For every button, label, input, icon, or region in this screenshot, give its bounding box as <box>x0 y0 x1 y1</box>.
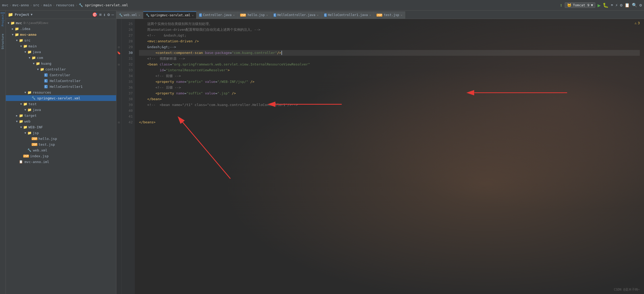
nav-back-icon[interactable]: ⬆ <box>559 2 563 8</box>
breadcrumb-main[interactable]: main <box>43 3 52 7</box>
tree-item-indexjsp[interactable]: ▶ JSP index.jsp <box>6 153 116 159</box>
tab-controller-close[interactable]: ✕ <box>233 14 235 17</box>
tree-item-mvc[interactable]: ▼ 📁 mvc D:\java代码\mvc <box>6 20 116 26</box>
tree-item-webinf[interactable]: ▼ 📁 WEB-INF <box>6 124 116 130</box>
linenum-35: 35 <box>122 79 133 85</box>
gutter-35 <box>117 79 121 85</box>
tree-item-mvcanno[interactable]: ▼ 📁 mvc-anno <box>6 32 116 37</box>
linenum-30: 30 <box>122 50 133 56</box>
tree-item-webxml[interactable]: ▶ 🔧 web.xml <box>6 147 116 153</box>
tab-springmvc-close[interactable]: ✕ <box>192 14 194 17</box>
tab-hellocontroller1-icon: C <box>324 13 327 17</box>
top-bar: mvc › mvc-anno › src › main › resources … <box>0 0 644 11</box>
linenum-42: 42 <box>122 119 133 125</box>
tree-item-web[interactable]: ▼ 📁 web <box>6 118 116 124</box>
tab-controller[interactable]: C Controller.java ✕ <box>196 11 237 19</box>
gutter-36 <box>117 85 121 90</box>
code-line-29: &ndash;&gt;--> <box>139 44 640 50</box>
profile-button[interactable]: ⚡ <box>615 3 618 8</box>
tree-item-controller[interactable]: ▶ C Controller <box>6 72 116 78</box>
main-layout: Project Structure 📁 Project ▼ 🎯 ≡ ↕ ⚙ — … <box>0 11 644 294</box>
gutter-25 <box>117 21 121 27</box>
tree-item-springmvc-xml[interactable]: ▶ 🔧 springmvc-servlet.xml <box>6 95 116 101</box>
debug-button[interactable]: 🐛 <box>603 2 608 8</box>
collapse-icon[interactable]: ≡ <box>99 12 102 17</box>
tab-hellocontroller[interactable]: C HelloController.java ✕ <box>271 11 321 19</box>
tab-hellojsp[interactable]: JSP hello.jsp ✕ <box>237 11 271 19</box>
code-content[interactable]: 这两个实例分别在类级别和方法级别处理。 而annotation-driven配置… <box>135 19 644 294</box>
tab-hellojsp-icon: JSP <box>240 14 246 17</box>
tab-hellocontroller-close[interactable]: ✕ <box>317 14 319 17</box>
gutter-26 <box>117 27 121 33</box>
tab-hellocontroller1-label: HelloController1.java <box>328 13 368 17</box>
search-icon[interactable]: 🔍 <box>632 3 637 8</box>
code-line-39: <!-- <bean name="/t1" class="com.kuang.c… <box>139 102 640 108</box>
sort-icon[interactable]: ↕ <box>103 12 106 17</box>
tree-item-com[interactable]: ▼ 📁 com <box>6 55 116 60</box>
tab-hellocontroller1[interactable]: C HelloController1.java ✕ <box>321 11 374 19</box>
linenum-26: 26 <box>122 27 133 33</box>
linenum-28: 28 <box>122 38 133 44</box>
tree-item-hellocontroller[interactable]: ▶ C HelloController <box>6 78 116 84</box>
gutter-34 <box>117 73 121 79</box>
tree-item-test-java[interactable]: ▼ 📁 java <box>6 107 116 113</box>
tree-item-hellocontroller1[interactable]: ▶ C HelloController1 <box>6 84 116 89</box>
panel-actions: 🎯 ≡ ↕ ⚙ — <box>92 12 114 17</box>
tree-item-src[interactable]: ▼ 📁 src <box>6 37 116 43</box>
gutter-30: 🔖 <box>117 50 121 56</box>
code-line-26: 而annotation-driven配置帮助我们自动完成上述两个实例的注入。--… <box>139 27 640 33</box>
linenum-40: 40 <box>122 108 133 114</box>
breadcrumb-src[interactable]: src <box>33 3 39 7</box>
code-line-28: <mvc:annotation-driven /> <box>139 38 640 44</box>
breadcrumb-mvcanno[interactable]: mvc-anno <box>12 3 29 7</box>
dropdown-icon[interactable]: ▼ <box>31 13 33 16</box>
tree-item-controller-folder[interactable]: ▼ 📁 controller <box>6 66 116 72</box>
tab-webxml-label: web.xml <box>124 13 137 17</box>
breadcrumb-file[interactable]: 🔧 springmvc-servlet.xml <box>79 3 128 7</box>
linenum-32: 32 <box>122 62 133 67</box>
tab-webxml-close[interactable]: ✕ <box>139 14 140 17</box>
tab-testjsp[interactable]: JSP test.jsp ✕ <box>374 11 405 19</box>
tomcat-selector[interactable]: 🐱 Tomcat 9 ▼ <box>565 2 595 8</box>
tab-testjsp-close[interactable]: ✕ <box>401 14 402 17</box>
tree-item-test[interactable]: ▼ 📁 test <box>6 101 116 107</box>
panel-icon: 📁 <box>8 12 13 17</box>
tree-item-target[interactable]: ▶ 📁 target <box>6 113 116 118</box>
file-tree: ▼ 📁 mvc D:\java代码\mvc ▶ 📁 .idea ▼ 📁 mvc-… <box>6 19 116 294</box>
tree-item-main[interactable]: ▼ 📁 main <box>6 43 116 49</box>
settings-icon[interactable]: ⚙ <box>107 12 110 17</box>
tab-hellocontroller1-close[interactable]: ✕ <box>369 14 371 17</box>
tree-item-idea[interactable]: ▶ 📁 .idea <box>6 26 116 32</box>
locate-icon[interactable]: 🎯 <box>92 12 97 17</box>
coverage-button[interactable]: ☂ <box>611 3 613 8</box>
run-button[interactable]: ▶ <box>597 2 601 8</box>
more-button[interactable]: ⚙ <box>620 3 623 8</box>
hide-icon[interactable]: — <box>111 12 114 17</box>
tree-item-iml[interactable]: ▶ 📋 mvc-anno.iml <box>6 159 116 165</box>
tree-item-kuang[interactable]: ▼ 📁 kuang <box>6 60 116 66</box>
linenum-36: 36 <box>122 85 133 90</box>
code-line-40 <box>139 108 640 114</box>
tab-hellojsp-close[interactable]: ✕ <box>266 14 268 17</box>
tree-item-jsp-folder[interactable]: ▼ 📁 jsp <box>6 130 116 136</box>
line-numbers: 25 26 27 28 29 30 31 32 33 34 35 36 37 3… <box>122 19 135 294</box>
tab-webxml[interactable]: 🔧 web.xml ✕ <box>116 11 143 19</box>
breadcrumb-mvc[interactable]: mvc <box>2 3 8 7</box>
tree-item-hellojsp[interactable]: ▶ JSP hello.jsp <box>6 136 116 141</box>
tab-controller-label: Controller.java <box>203 13 231 17</box>
project-tab[interactable]: Project <box>1 13 5 27</box>
settings-icon[interactable]: ⚙ <box>639 3 642 8</box>
tree-item-testjsp[interactable]: ▶ JSP test.jsp <box>6 141 116 147</box>
tree-item-resources[interactable]: ▼ 📁 resources <box>6 89 116 95</box>
code-line-34: <!-- 前缀 --> <box>139 73 640 79</box>
git-icon[interactable]: 📋 <box>625 3 630 8</box>
code-line-37: <property name="suffix" value=".jsp" /> <box>139 90 640 96</box>
code-line-30: <context:component-scan base-package="co… <box>139 50 640 56</box>
structure-tab[interactable]: Structure <box>1 33 5 50</box>
tab-springmvc[interactable]: 🔧 springmvc-servlet.xml ✕ <box>143 11 197 19</box>
tree-item-java[interactable]: ▼ 📁 java <box>6 49 116 55</box>
warning-icon: ⚠ <box>635 21 637 25</box>
tab-testjsp-label: test.jsp <box>384 13 399 17</box>
gutter-42: ⊟ <box>117 119 121 125</box>
breadcrumb-resources[interactable]: resources <box>56 3 74 7</box>
